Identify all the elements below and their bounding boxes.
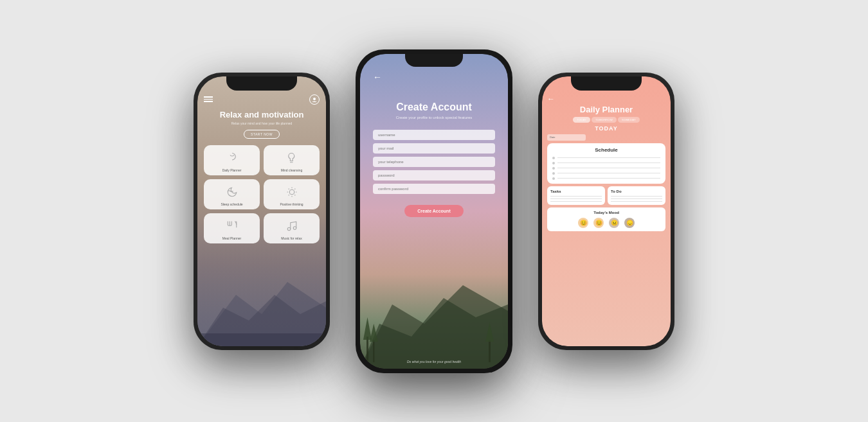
task-line-3	[550, 201, 602, 202]
svg-point-16	[287, 227, 291, 231]
svg-point-6	[289, 189, 294, 195]
phone2-title: Create Account	[373, 101, 495, 113]
phone3-shell: ← Daily Planner TODAY TOMORROW SOMEDAY T…	[538, 73, 674, 350]
phone1-title: Relax and motivation	[204, 110, 320, 120]
schedule-line-5	[552, 177, 660, 180]
phone1-content: Relax and motivation Relax your mind and…	[197, 76, 326, 346]
schedule-title: Schedule	[552, 147, 660, 153]
tab-someday[interactable]: SOMEDAY	[618, 117, 640, 123]
phone1-subtitle: Relax your mind and how your life planne…	[204, 121, 320, 126]
todo-line-1	[611, 196, 662, 197]
svg-point-17	[293, 226, 296, 229]
grid-card-daily-planner[interactable]: Daily Planner	[204, 145, 260, 175]
phones-container: Relax and motivation Relax your mind and…	[194, 49, 674, 373]
phone2-subtitle: Create your profile to unlock special fe…	[373, 115, 495, 120]
username-field[interactable]	[373, 130, 495, 140]
svg-line-12	[294, 195, 295, 195]
sleep-schedule-label: Sleep schedule	[221, 202, 242, 206]
phone2-shell: ← Create Account Create your profile to …	[356, 49, 512, 373]
schedule-line-3	[552, 167, 660, 170]
password-field[interactable]	[373, 170, 495, 180]
bottom-cards: Tasks To Do	[547, 186, 665, 205]
todo-title: To Do	[611, 189, 662, 193]
phone1-shell: Relax and motivation Relax your mind and…	[194, 73, 330, 350]
daily-planner-icon	[224, 150, 240, 166]
todo-line-3	[611, 201, 662, 202]
tab-bar: TODAY TOMORROW SOMEDAY	[547, 117, 665, 123]
grid-card-mind-cleansing[interactable]: Mind cleansing	[264, 145, 320, 175]
daily-planner-label: Daily Planner	[222, 168, 242, 172]
phone3-title: Daily Planner	[547, 105, 665, 114]
sleep-icon	[224, 184, 240, 200]
grid-card-music[interactable]: Music for relax	[264, 213, 320, 243]
avatar[interactable]	[309, 94, 320, 105]
bullet-5	[552, 177, 555, 180]
confirm-password-field[interactable]	[373, 184, 495, 194]
mood-title: Today's Mood	[552, 211, 660, 215]
line-bar-2	[557, 163, 660, 163]
grid-card-meal-planner[interactable]: Meal Planner	[204, 213, 260, 243]
phone2-back-button[interactable]: ←	[373, 72, 495, 82]
phone3-content: ← Daily Planner TODAY TOMORROW SOMEDAY T…	[542, 76, 671, 346]
phone-field[interactable]	[373, 157, 495, 167]
schedule-lines	[552, 157, 660, 180]
bullet-3	[552, 167, 555, 170]
mood-sad[interactable]: 😞	[624, 218, 635, 228]
phone2-footer: Do what you love for your good health	[360, 360, 508, 364]
today-label: TODAY	[547, 125, 665, 132]
date-input[interactable]: Date	[547, 134, 586, 141]
phone3-inner: ← Daily Planner TODAY TOMORROW SOMEDAY T…	[542, 76, 671, 346]
phone1-header	[204, 94, 320, 105]
mood-neutral[interactable]: 😐	[609, 218, 619, 228]
create-account-button[interactable]: Create Account	[404, 205, 463, 217]
music-label: Music for relax	[281, 236, 302, 240]
email-field[interactable]	[373, 143, 495, 154]
svg-point-3	[313, 98, 316, 100]
date-placeholder: Date	[550, 136, 555, 139]
svg-line-11	[288, 188, 289, 189]
todo-lines	[611, 196, 662, 202]
todo-card: To Do	[608, 186, 665, 205]
tasks-card: Tasks	[547, 186, 605, 205]
tasks-lines	[550, 196, 602, 202]
mood-card: Today's Mood 😊 😊 😐 😞	[547, 207, 665, 231]
mood-smile[interactable]: 😊	[593, 218, 604, 228]
schedule-card: Schedule	[547, 143, 665, 184]
svg-line-13	[288, 195, 289, 195]
bullet-2	[552, 162, 555, 164]
phone1-inner: Relax and motivation Relax your mind and…	[197, 76, 326, 346]
phone2-inner: ← Create Account Create your profile to …	[360, 54, 508, 369]
hamburger-icon[interactable]	[204, 96, 213, 102]
tab-tomorrow[interactable]: TOMORROW	[592, 117, 617, 123]
notch-phone1	[226, 76, 297, 91]
phone3: ← Daily Planner TODAY TOMORROW SOMEDAY T…	[542, 76, 671, 346]
mind-cleansing-icon	[284, 150, 300, 166]
tasks-title: Tasks	[550, 189, 602, 193]
notch-phone3	[571, 76, 642, 91]
line-bar-5	[557, 178, 660, 179]
todo-line-2	[611, 198, 662, 199]
line-bar-3	[557, 168, 660, 168]
line-bar-1	[557, 157, 660, 158]
notch-phone2	[405, 54, 463, 67]
positive-thinking-label: Positive thinking	[280, 202, 303, 206]
meal-planner-icon	[224, 218, 240, 234]
task-line-2	[550, 198, 602, 199]
mind-cleansing-label: Mind cleansing	[281, 168, 302, 172]
music-icon	[284, 218, 300, 234]
tab-today[interactable]: TODAY	[573, 117, 590, 123]
schedule-line-1	[552, 157, 660, 159]
bullet-4	[552, 172, 555, 175]
features-grid: Daily Planner Mind cleansing	[204, 145, 320, 243]
phone3-back-button[interactable]: ←	[547, 94, 665, 103]
start-now-button[interactable]: START NOW	[244, 130, 280, 139]
grid-card-sleep-schedule[interactable]: Sleep schedule	[204, 179, 260, 209]
mood-emojis: 😊 😊 😐 😞	[552, 218, 660, 228]
grid-card-positive-thinking[interactable]: Positive thinking	[264, 179, 320, 209]
task-line-1	[550, 196, 602, 197]
meal-planner-label: Meal Planner	[222, 236, 241, 240]
bullet-1	[552, 157, 555, 159]
phone2-content: ← Create Account Create your profile to …	[360, 54, 508, 369]
schedule-line-2	[552, 162, 660, 164]
mood-happy[interactable]: 😊	[578, 218, 588, 228]
